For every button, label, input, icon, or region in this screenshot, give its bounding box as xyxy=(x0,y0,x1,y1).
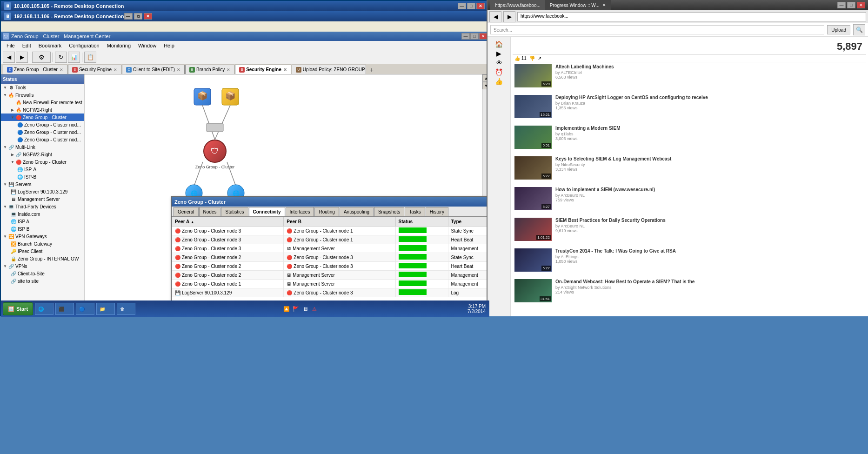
video-card[interactable]: 5:27 How to implement a SIEM (www.wesecu… xyxy=(513,185,866,212)
video-thumbnail[interactable]: 5:27 xyxy=(514,248,552,272)
tab-branch-policy[interactable]: B Branch Policy ✕ xyxy=(185,65,234,74)
table-row[interactable]: 💾LogServer 90.100.3.129 🔴Zeno Group - Cl… xyxy=(172,288,490,297)
browser-tab2[interactable]: Progress Window :: W... ✕ xyxy=(545,0,611,10)
tab-zeno-cluster-close[interactable]: ✕ xyxy=(60,67,63,72)
tab-security-engine-1-close[interactable]: ✕ xyxy=(114,67,117,72)
mgmt-minimize-btn[interactable]: — xyxy=(461,33,470,40)
inner-tab-antispoofing[interactable]: Antispoofing xyxy=(340,207,374,216)
menu-edit[interactable]: Edit xyxy=(19,42,35,49)
tab-security-engine-1[interactable]: S Security Engine ✕ xyxy=(68,65,121,74)
thumbs-up-icon[interactable]: 👍 11 xyxy=(514,56,527,61)
table-row[interactable]: 🔴Zeno Group - Cluster node 3 🔴Zeno Group… xyxy=(172,235,490,244)
inner-tab-routing[interactable]: Routing xyxy=(314,207,339,216)
add-tab-btn[interactable]: + xyxy=(367,66,376,74)
col-peer-b[interactable]: Peer B xyxy=(284,217,395,227)
sidebar-vpns[interactable]: ▼ 🔗 VPNs xyxy=(1,262,84,270)
menu-help[interactable]: Help xyxy=(160,42,178,49)
video-thumbnail[interactable]: 5:29 xyxy=(514,64,552,87)
refresh-btn[interactable]: ↻ xyxy=(55,52,67,63)
video-title[interactable]: Altech Labelling Machines xyxy=(555,64,864,69)
video-title[interactable]: Implementing a Modern SIEM xyxy=(555,126,864,131)
tab-branch-policy-close[interactable]: ✕ xyxy=(227,67,230,72)
sidebar-client-to-site[interactable]: 🔗 Client-to-Site xyxy=(1,270,84,277)
browser-address-bar[interactable]: https://www.facebook... xyxy=(517,12,866,21)
table-row[interactable]: 🔴Zeno Group - Cluster node 3 🖥Management… xyxy=(172,244,490,253)
browser-tab-close[interactable]: ✕ xyxy=(602,3,606,7)
browser-minimize-btn[interactable]: — xyxy=(837,2,846,8)
tab-upload-policy[interactable]: U Upload Policy: ZENO GROUP PO... ✕ xyxy=(292,65,366,74)
sidebar-ipsec-client[interactable]: 🔑 IPsec Client xyxy=(1,247,84,255)
outer-close-btn[interactable]: ✕ xyxy=(476,3,485,9)
col-status[interactable]: Status xyxy=(395,217,448,227)
inner-minimize-btn[interactable]: — xyxy=(124,13,133,20)
chart-btn[interactable]: 📊 xyxy=(68,52,80,63)
nav-icon-4[interactable]: ⏰ xyxy=(495,68,503,76)
sidebar-ml-zeno[interactable]: ▼ 🔴 Zeno Group - Cluster xyxy=(1,158,84,166)
table-row[interactable]: 🔴Zeno Group - Cluster node 1 🖥Management… xyxy=(172,280,490,288)
inner-tab-general[interactable]: General xyxy=(174,207,199,216)
sidebar-inside[interactable]: 💻 Inside.com xyxy=(1,210,84,218)
table-row[interactable]: 🔴Zeno Group - Cluster node 2 🔴Zeno Group… xyxy=(172,253,490,262)
share-icon[interactable]: ↗ xyxy=(538,56,541,61)
tab-zeno-cluster[interactable]: Z Zeno Group - Cluster ✕ xyxy=(3,65,67,74)
menu-window[interactable]: Window xyxy=(134,42,160,49)
sidebar-isp-b2[interactable]: 🌐 ISP B xyxy=(1,225,84,233)
video-title[interactable]: Keys to Selecting SIEM & Log Management … xyxy=(555,156,864,161)
inner-tab-interfaces[interactable]: Interfaces xyxy=(286,207,314,216)
sidebar-branch-gw[interactable]: 🔀 Branch Gateway xyxy=(1,240,84,247)
thumbs-down-icon[interactable]: 👎 xyxy=(529,56,535,61)
menu-file[interactable]: File xyxy=(3,42,19,49)
outer-minimize-btn[interactable]: — xyxy=(458,3,466,9)
browser-search-icon-btn[interactable]: 🔍 xyxy=(853,24,865,35)
browser-search-input[interactable] xyxy=(490,25,824,34)
inner-tab-history[interactable]: History xyxy=(426,207,448,216)
video-card[interactable]: 15:21 Deploying HP ArcSight Logger on Ce… xyxy=(513,93,866,120)
col-peer-a[interactable]: Peer A ▲ xyxy=(172,217,284,227)
browser-maximize-btn[interactable]: □ xyxy=(847,2,855,8)
sidebar-internal-gw[interactable]: 🔒 Zeno Group - INTERNAL GW xyxy=(1,255,84,262)
nav-icon-1[interactable]: 🏠 xyxy=(495,40,503,48)
taskbar-explorer-btn[interactable]: 📁 xyxy=(96,303,115,315)
sidebar-zeno-node-3[interactable]: 🔵 Zeno Group - Cluster nod... xyxy=(1,136,84,143)
tab-client-to-site-close[interactable]: ✕ xyxy=(177,67,180,72)
upload-button[interactable]: Upload xyxy=(827,25,850,34)
sidebar-firewalls[interactable]: ▼ 🔥 Firewalls xyxy=(1,91,84,99)
sidebar-zeno-node-2[interactable]: 🔵 Zeno Group - Cluster nod... xyxy=(1,128,84,136)
table-row[interactable]: 🔴Zeno Group - Cluster node 3 🔴Zeno Group… xyxy=(172,227,490,235)
sidebar-logserver[interactable]: 💾 LogServer 90.100.3.129 xyxy=(1,188,84,195)
menu-bookmark[interactable]: Bookmark xyxy=(35,42,66,49)
browser-tab1[interactable]: https://www.faceboo... xyxy=(490,0,545,10)
forward-btn[interactable]: ▶ xyxy=(16,52,28,63)
sidebar-ml-ngfw2[interactable]: ▶ 🔗 NGFW2-Right xyxy=(1,151,84,158)
browser-back-btn[interactable]: ◀ xyxy=(489,11,501,22)
video-title[interactable]: Deploying HP ArcSight Logger on CentOS a… xyxy=(555,95,864,100)
outer-maximize-btn[interactable]: □ xyxy=(467,3,475,9)
video-card[interactable]: 5:27 Keys to Selecting SIEM & Log Manage… xyxy=(513,154,866,181)
inner-restore-btn[interactable]: ⧉ xyxy=(134,13,142,20)
tab-security-engine-2-close[interactable]: ✕ xyxy=(283,67,287,72)
sidebar-isp-a[interactable]: 🌐 ISP-A xyxy=(1,166,84,173)
sidebar-isp-a2[interactable]: 🌐 ISP A xyxy=(1,218,84,225)
browser-forward-btn[interactable]: ▶ xyxy=(503,11,515,22)
video-card[interactable]: 5:29 Altech Labelling Machines by ALTECI… xyxy=(513,62,866,89)
taskbar-ps-btn[interactable]: 🔵 xyxy=(76,303,94,315)
video-thumbnail[interactable]: 5:27 xyxy=(514,156,552,180)
inner-tab-tasks[interactable]: Tasks xyxy=(405,207,425,216)
start-button[interactable]: 🪟 Start xyxy=(3,302,33,315)
taskbar-browser-btn[interactable]: 🌐 xyxy=(35,303,53,315)
sidebar-isp-b[interactable]: 🌐 ISP-B xyxy=(1,173,84,180)
table-row[interactable]: 🔴Zeno Group - Cluster node 2 🔴Zeno Group… xyxy=(172,262,490,271)
inner-close-btn[interactable]: ✕ xyxy=(144,13,152,20)
sidebar-new-firewall[interactable]: 🔥 New Firewall For remote test xyxy=(1,99,84,106)
sidebar-tools[interactable]: ▼ ⚙ Tools xyxy=(1,84,84,91)
video-card[interactable]: 31:51 On-Demand Webcast: How Best to Ope… xyxy=(513,277,866,304)
video-thumbnail[interactable]: 31:51 xyxy=(514,279,552,302)
col-type[interactable]: Type xyxy=(448,217,489,227)
video-card[interactable]: 5:51 Implementing a Modern SIEM by q1lab… xyxy=(513,124,866,151)
sidebar-zeno-cluster[interactable]: ▼ 🔴 Zeno Group - Cluster xyxy=(1,114,84,121)
menu-monitoring[interactable]: Monitoring xyxy=(103,42,134,49)
browser-close-btn[interactable]: ✕ xyxy=(857,2,865,8)
sidebar-ngfw2-right[interactable]: ▶ 🔥 NGFW2-Right xyxy=(1,106,84,114)
nav-icon-3[interactable]: 👁 xyxy=(496,59,502,67)
config-btn[interactable]: ⚙ xyxy=(32,52,51,63)
